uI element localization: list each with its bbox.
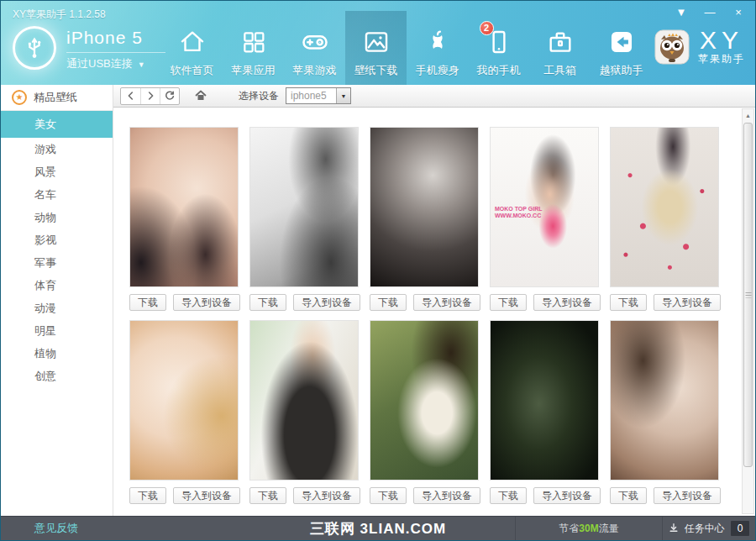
sidebar-item-games[interactable]: 游戏 <box>1 138 113 160</box>
download-button[interactable]: 下载 <box>249 294 286 311</box>
brand-subtitle: 苹果助手 <box>698 52 745 66</box>
sidebar-item-military[interactable]: 军事 <box>1 251 113 274</box>
app-window: XY苹果助手 1.1.2.58 ▼ — × iPhone 5 通过USB连接▼ <box>0 0 756 541</box>
scroll-up-arrow-icon[interactable]: ▲ <box>743 109 753 121</box>
task-center-button[interactable]: 任务中心 0 <box>663 517 755 540</box>
wallpaper-thumbnail[interactable] <box>129 127 239 287</box>
device-name: iPhone 5 <box>66 28 165 48</box>
download-arrow-icon <box>669 521 679 536</box>
wallpaper-thumbnail[interactable] <box>490 320 599 481</box>
device-info: iPhone 5 通过USB连接▼ <box>13 26 165 71</box>
minimize-icon[interactable]: — <box>701 5 718 20</box>
forward-button[interactable] <box>140 88 160 104</box>
import-to-device-button[interactable]: 导入到设备 <box>533 294 601 311</box>
owl-logo-icon <box>653 28 691 66</box>
nav-item-software-home[interactable]: 软件首页 <box>161 11 223 85</box>
import-to-device-button[interactable]: 导入到设备 <box>173 294 240 311</box>
menu-dropdown-icon[interactable]: ▼ <box>673 5 690 20</box>
header-bar: XY苹果助手 1.1.2.58 ▼ — × iPhone 5 通过USB连接▼ <box>1 1 755 85</box>
download-button[interactable]: 下载 <box>490 294 527 311</box>
device-text: iPhone 5 通过USB连接▼ <box>66 26 165 71</box>
download-button[interactable]: 下载 <box>129 487 166 504</box>
import-to-device-button[interactable]: 导入到设备 <box>654 487 721 504</box>
vertical-scrollbar[interactable]: ▲ <box>742 108 754 514</box>
sidebar-header-featured-wallpapers[interactable]: ★ 精品壁纸 <box>1 85 113 111</box>
wallpaper-card: 下载导入到设备 <box>610 127 719 311</box>
wallpaper-card: 下载导入到设备 <box>129 320 239 504</box>
download-button[interactable]: 下载 <box>370 487 407 504</box>
wallpaper-card: 下载导入到设备 <box>490 320 599 504</box>
sidebar-item-beauty[interactable]: 美女 <box>1 111 113 138</box>
sidebar-item-movies[interactable]: 影视 <box>1 228 113 251</box>
nav-item-jailbreak[interactable]: 越狱助手 <box>591 11 652 85</box>
traffic-amount: 30M <box>579 523 598 534</box>
main-nav: 软件首页 苹果应用 苹果游戏 壁纸下载 <box>161 11 652 85</box>
sidebar-item-stars[interactable]: 明星 <box>1 319 113 342</box>
sidebar-item-scenery[interactable]: 风景 <box>1 160 113 183</box>
nav-item-toolbox[interactable]: 工具箱 <box>529 11 591 85</box>
wallpaper-card: 下载导入到设备 <box>249 127 359 311</box>
status-right-group: 节省30M流量 任务中心 0 <box>515 517 755 540</box>
import-to-device-button[interactable]: 导入到设备 <box>413 487 480 504</box>
sidebar-item-plants[interactable]: 植物 <box>1 342 113 365</box>
nav-item-phone-slim[interactable]: 手机瘦身 <box>407 11 468 85</box>
star-icon: ★ <box>12 90 27 105</box>
wallpaper-thumbnail[interactable] <box>610 127 719 287</box>
wallpaper-thumbnail[interactable] <box>249 320 359 481</box>
import-to-device-button[interactable]: 导入到设备 <box>533 487 601 504</box>
sidebar-item-sports[interactable]: 体育 <box>1 274 113 297</box>
back-button[interactable] <box>121 88 140 104</box>
download-button[interactable]: 下载 <box>610 294 647 311</box>
device-separator <box>66 52 165 53</box>
wallpaper-thumbnail[interactable] <box>129 320 239 481</box>
sidebar-item-creative[interactable]: 创意 <box>1 365 113 387</box>
import-to-device-button[interactable]: 导入到设备 <box>413 294 480 311</box>
wallpaper-thumbnail[interactable] <box>249 127 359 287</box>
download-button[interactable]: 下载 <box>370 294 407 311</box>
download-button[interactable]: 下载 <box>249 487 286 504</box>
sidebar-item-anime[interactable]: 动漫 <box>1 297 113 319</box>
site-watermark: 三联网 3LIAN.COM <box>310 519 446 538</box>
task-count-badge: 0 <box>731 521 750 536</box>
nav-item-apple-apps[interactable]: 苹果应用 <box>223 11 284 85</box>
wallpaper-card: 下载导入到设备 <box>610 320 719 504</box>
wallpaper-thumbnail[interactable] <box>370 127 479 287</box>
nav-button-group <box>120 87 180 105</box>
scrollbar-thumb[interactable] <box>743 123 753 467</box>
jailbreak-arrow-icon <box>605 25 638 59</box>
close-icon[interactable]: × <box>730 5 747 20</box>
sidebar-item-cars[interactable]: 名车 <box>1 183 113 206</box>
chevron-down-icon: ▼ <box>138 60 145 69</box>
download-button[interactable]: 下载 <box>490 487 527 504</box>
import-to-device-button[interactable]: 导入到设备 <box>654 294 721 311</box>
download-button[interactable]: 下载 <box>610 487 647 504</box>
download-button[interactable]: 下载 <box>129 294 166 311</box>
nav-item-apple-games[interactable]: 苹果游戏 <box>284 11 345 85</box>
status-bar: 意见反馈 三联网 3LIAN.COM 节省30M流量 任务中心 0 <box>1 516 755 540</box>
import-to-device-button[interactable]: 导入到设备 <box>293 487 360 504</box>
usb-icon <box>13 26 56 70</box>
scrollbar-grip <box>745 292 751 298</box>
import-to-device-button[interactable]: 导入到设备 <box>293 294 360 311</box>
wallpaper-thumbnail[interactable] <box>370 320 479 481</box>
feedback-link[interactable]: 意见反馈 <box>34 521 78 536</box>
apple-core-icon <box>421 25 454 59</box>
wallpaper-card: 下载导入到设备 <box>370 320 479 504</box>
nav-item-my-phone[interactable]: 2 我的手机 <box>468 11 529 85</box>
sidebar-item-animals[interactable]: 动物 <box>1 206 113 228</box>
connection-status[interactable]: 通过USB连接▼ <box>66 56 165 71</box>
wallpaper-thumbnail[interactable]: MOKO TOP GIRL WWW.MOKO.CC <box>490 127 599 287</box>
nav-item-wallpaper-download[interactable]: 壁纸下载 <box>345 11 407 85</box>
brand-name: XY <box>698 29 745 52</box>
sidebar: ★ 精品壁纸 美女 游戏 风景 名车 动物 影视 军事 体育 动漫 明星 植物 … <box>1 85 113 516</box>
photo-watermark: MOKO TOP GIRL WWW.MOKO.CC <box>495 206 543 221</box>
wallpaper-card: 下载导入到设备 <box>370 127 479 311</box>
home-button[interactable] <box>190 87 212 105</box>
device-select-value: iphone5 <box>286 90 336 102</box>
refresh-button[interactable] <box>160 88 179 104</box>
apps-grid-icon <box>237 25 270 59</box>
combo-arrow-icon[interactable]: ▼ <box>336 88 350 103</box>
wallpaper-thumbnail[interactable] <box>610 320 719 481</box>
import-to-device-button[interactable]: 导入到设备 <box>173 487 240 504</box>
device-select-dropdown[interactable]: iphone5 ▼ <box>286 87 351 104</box>
